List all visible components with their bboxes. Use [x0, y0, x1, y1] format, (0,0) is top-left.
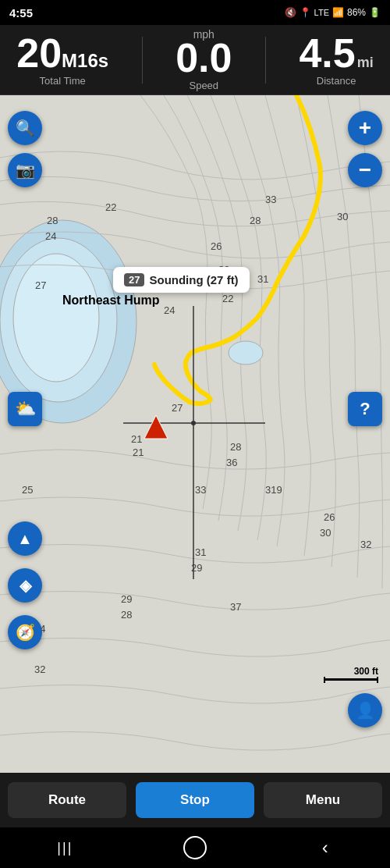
svg-text:31: 31 — [195, 546, 206, 558]
android-nav-bar: ||| ‹ — [0, 827, 390, 868]
divider-1 — [142, 37, 143, 84]
speed-label: Speed — [189, 80, 218, 91]
svg-text:22: 22 — [105, 201, 116, 213]
total-time-stat: 20M16s Total Time — [16, 33, 108, 87]
layers-button[interactable]: ◈ — [8, 568, 42, 603]
svg-text:33: 33 — [265, 194, 276, 205]
question-icon: ? — [360, 399, 370, 419]
zoom-out-button[interactable]: − — [348, 153, 382, 187]
svg-text:32: 32 — [360, 539, 371, 550]
svg-text:28: 28 — [230, 441, 241, 453]
weather-button[interactable]: ⛅ — [8, 392, 42, 426]
svg-text:29: 29 — [121, 593, 132, 605]
svg-text:24: 24 — [164, 304, 175, 316]
stop-label: Stop — [180, 792, 210, 807]
scale-line — [324, 678, 378, 681]
svg-text:21: 21 — [133, 446, 144, 458]
bottom-nav: Route Stop Menu — [0, 773, 390, 827]
svg-text:22: 22 — [222, 293, 233, 304]
help-button[interactable]: ? — [348, 392, 382, 426]
compass-icon: 🧭 — [16, 623, 35, 642]
android-recent-button[interactable]: ||| — [41, 832, 88, 863]
status-time: 4:55 — [9, 6, 33, 20]
search-button[interactable]: 🔍 — [8, 111, 42, 145]
total-time-s: 16s — [77, 52, 108, 70]
total-time-value: 20M16s — [16, 33, 108, 73]
stats-bar: 20M16s Total Time mph 0.0 Speed 4.5mi Di… — [0, 25, 390, 95]
sounding-tooltip: 27 Sounding (27 ft) — [113, 267, 250, 293]
total-time-number: 20 — [16, 33, 62, 73]
android-back-button[interactable]: ‹ — [302, 832, 349, 863]
profile-icon: 👤 — [356, 701, 375, 720]
svg-text:27: 27 — [35, 279, 46, 291]
battery-text: 86% — [347, 7, 366, 18]
battery-icon: 🔋 — [369, 7, 381, 18]
svg-point-40 — [191, 421, 196, 425]
distance-value: 4.5mi — [299, 33, 373, 73]
weather-icon: ⛅ — [15, 399, 36, 419]
svg-text:36: 36 — [226, 457, 237, 468]
svg-text:30: 30 — [337, 211, 348, 222]
profile-button[interactable]: 👤 — [348, 693, 382, 727]
compass-button[interactable]: 🧭 — [8, 615, 42, 649]
svg-text:319: 319 — [265, 484, 282, 496]
layers-icon: ◈ — [20, 576, 31, 595]
waypoint-button[interactable]: ▲ — [8, 521, 42, 556]
svg-text:Northeast Hump: Northeast Hump — [62, 293, 160, 307]
minus-icon: − — [359, 159, 371, 181]
wifi-icon: 📶 — [332, 7, 344, 18]
scale-line-bar — [324, 678, 378, 681]
search-icon: 🔍 — [16, 119, 35, 137]
camera-button[interactable]: 📷 — [8, 153, 42, 187]
recent-icon: ||| — [57, 840, 73, 856]
svg-text:32: 32 — [34, 663, 45, 675]
sounding-text: Sounding (27 ft) — [149, 273, 238, 286]
home-icon — [183, 836, 207, 859]
svg-text:21: 21 — [131, 433, 142, 445]
svg-point-4 — [229, 341, 263, 365]
svg-text:28: 28 — [47, 215, 58, 226]
distance-label: Distance — [317, 75, 356, 87]
back-icon: ‹ — [322, 837, 328, 859]
stop-button[interactable]: Stop — [136, 782, 254, 818]
location-icon: 📍 — [300, 7, 311, 18]
svg-text:26: 26 — [211, 240, 222, 252]
waypoint-icon: ▲ — [17, 530, 33, 548]
svg-text:30: 30 — [320, 527, 331, 539]
sounding-badge: 27 — [124, 273, 144, 286]
svg-text:24: 24 — [45, 230, 56, 242]
svg-point-3 — [13, 254, 99, 382]
camera-icon: 📷 — [16, 161, 35, 180]
distance-number: 4.5 — [299, 33, 355, 73]
svg-text:27: 27 — [172, 402, 183, 414]
svg-text:26: 26 — [324, 511, 335, 523]
plus-icon: + — [359, 117, 371, 139]
speed-number: 0.0 — [176, 37, 232, 78]
speed-stat: mph 0.0 Speed — [176, 28, 232, 91]
mute-icon: 🔇 — [285, 7, 296, 18]
menu-label: Menu — [306, 792, 340, 807]
signal-icon: LTE — [314, 8, 329, 17]
status-bar: 4:55 🔇 📍 LTE 📶 86% 🔋 — [0, 0, 390, 25]
zoom-in-button[interactable]: + — [348, 111, 382, 145]
scale-label: 300 ft — [354, 666, 378, 677]
status-icons: 🔇 📍 LTE 📶 86% 🔋 — [285, 7, 381, 18]
android-home-button[interactable] — [172, 832, 218, 863]
svg-text:25: 25 — [22, 484, 33, 496]
route-label: Route — [48, 792, 86, 807]
svg-text:37: 37 — [230, 601, 241, 613]
divider-2 — [265, 37, 266, 84]
svg-text:33: 33 — [195, 484, 206, 496]
svg-text:31: 31 — [257, 273, 268, 285]
distance-unit: mi — [357, 55, 374, 69]
scale-bar: 300 ft — [324, 666, 378, 681]
svg-text:29: 29 — [191, 562, 202, 574]
svg-text:28: 28 — [121, 609, 132, 621]
svg-text:28: 28 — [250, 215, 261, 226]
map-area[interactable]: 28 24 22 33 27 28 30 26 30 31 22 31 24 2… — [0, 95, 390, 774]
total-time-m: M — [62, 52, 77, 70]
route-button[interactable]: Route — [8, 782, 126, 818]
menu-button[interactable]: Menu — [264, 782, 382, 818]
distance-stat: 4.5mi Distance — [299, 33, 373, 87]
total-time-label: Total Time — [40, 75, 86, 87]
